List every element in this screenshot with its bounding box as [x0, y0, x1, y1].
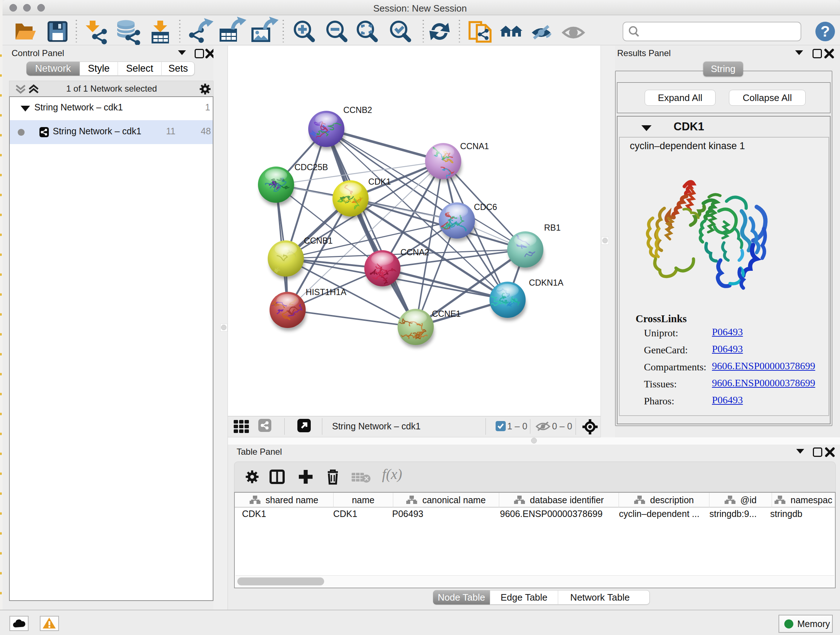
svg-text:HIST1H1A: HIST1H1A	[306, 287, 347, 297]
svg-text:CCNA2: CCNA2	[401, 248, 429, 257]
svg-text:CDC25B: CDC25B	[294, 163, 328, 172]
svg-text:CCNB2: CCNB2	[343, 105, 372, 115]
svg-text:RB1: RB1	[544, 223, 561, 233]
svg-text:CCNB1: CCNB1	[304, 236, 333, 245]
svg-text:CDKN1A: CDKN1A	[529, 278, 564, 287]
svg-text:CDC6: CDC6	[474, 203, 497, 212]
svg-text:CCNA1: CCNA1	[460, 141, 489, 151]
svg-text:CCNE1: CCNE1	[432, 309, 461, 318]
svg-text:?: ?	[821, 23, 830, 40]
svg-text:CDK1: CDK1	[368, 177, 391, 187]
